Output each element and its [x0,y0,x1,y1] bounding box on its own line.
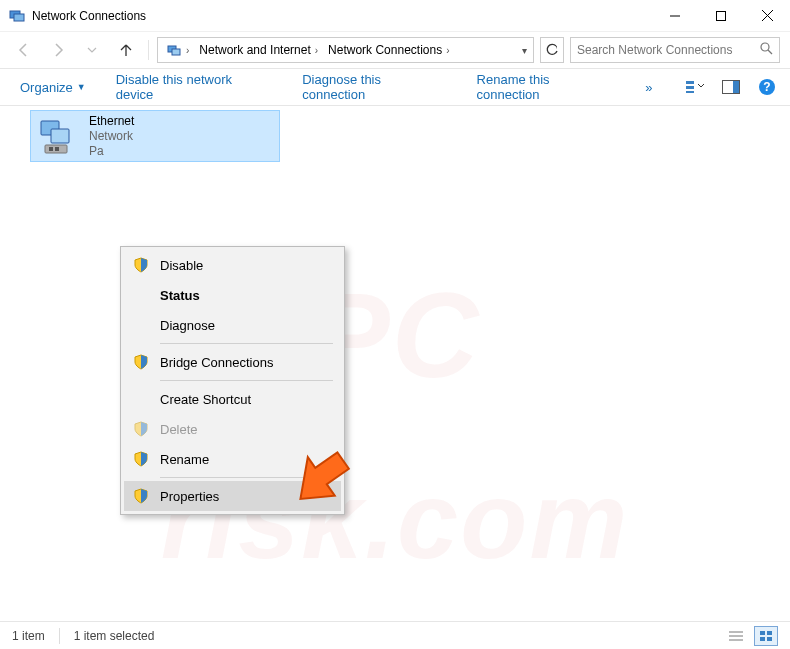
address-dropdown-icon[interactable]: ▾ [522,45,527,56]
content-area[interactable]: PC risk.com Ethernet Network Pa Disable … [0,106,790,621]
chevron-right-icon: › [315,45,318,56]
up-button[interactable] [112,36,140,64]
ctx-create-shortcut-label: Create Shortcut [160,392,251,407]
overflow-button[interactable]: » [635,76,662,99]
forward-button[interactable] [44,36,72,64]
svg-text:?: ? [763,80,770,94]
ctx-status-label: Status [160,288,200,303]
svg-point-8 [761,43,769,51]
svg-rect-14 [733,81,739,93]
ctx-delete: Delete [124,414,341,444]
svg-rect-1 [14,14,24,21]
organize-button[interactable]: Organize ▼ [10,76,96,99]
adapter-item-ethernet[interactable]: Ethernet Network Pa [30,110,280,162]
control-panel-icon [166,42,182,58]
rename-connection-button[interactable]: Rename this connection [467,68,626,106]
svg-rect-3 [717,11,726,20]
ctx-diagnose[interactable]: Diagnose [124,310,341,340]
shield-icon [132,420,150,438]
svg-rect-25 [760,631,765,635]
svg-rect-28 [767,637,772,641]
svg-rect-21 [55,147,59,151]
shield-icon [132,487,150,505]
minimize-button[interactable] [652,0,698,32]
search-icon [760,42,773,58]
watermark-line2: risk.com [0,456,790,583]
ctx-disable-label: Disable [160,258,203,273]
refresh-button[interactable] [540,37,564,63]
ctx-create-shortcut[interactable]: Create Shortcut [124,384,341,414]
icons-view-button[interactable] [754,626,778,646]
breadcrumb-root[interactable]: › [162,38,193,62]
svg-rect-20 [49,147,53,151]
breadcrumb-network-connections[interactable]: Network Connections › [324,38,453,62]
search-placeholder: Search Network Connections [577,43,732,57]
status-separator [59,628,60,644]
status-item-count: 1 item [12,629,45,643]
organize-label: Organize [20,80,73,95]
overflow-label: » [645,80,652,95]
window-buttons [652,0,790,32]
search-box[interactable]: Search Network Connections [570,37,780,63]
chevron-down-icon: ▼ [77,82,86,92]
shield-icon [132,256,150,274]
disable-device-button[interactable]: Disable this network device [106,68,283,106]
ctx-bridge[interactable]: Bridge Connections [124,347,341,377]
ctx-status[interactable]: Status [124,280,341,310]
recent-dropdown[interactable] [78,36,106,64]
breadcrumb-label: Network and Internet [199,43,310,57]
ctx-properties-label: Properties [160,489,219,504]
svg-rect-18 [51,129,69,143]
svg-rect-27 [760,637,765,641]
svg-rect-12 [686,91,694,93]
adapter-texts: Ethernet Network Pa [89,114,134,159]
adapter-name: Ethernet [89,114,134,129]
svg-rect-7 [172,49,180,55]
diagnose-connection-button[interactable]: Diagnose this connection [292,68,456,106]
adapter-device: Pa [89,144,134,159]
svg-line-9 [768,50,772,54]
address-end: ▾ [522,45,529,56]
details-view-button[interactable] [724,626,748,646]
view-switcher [724,626,778,646]
chevron-right-icon: › [186,45,189,56]
network-connections-icon [8,7,26,25]
nav-separator [148,40,149,60]
maximize-button[interactable] [698,0,744,32]
address-row: › Network and Internet › Network Connect… [0,32,790,68]
adapter-status: Network [89,129,134,144]
ctx-bridge-label: Bridge Connections [160,355,273,370]
context-menu: Disable Status Diagnose Bridge Connectio… [120,246,345,515]
shield-icon [132,450,150,468]
title-bar: Network Connections [0,0,790,32]
svg-rect-26 [767,631,772,635]
chevron-right-icon: › [446,45,449,56]
diagnose-label: Diagnose this connection [302,72,446,102]
ctx-rename[interactable]: Rename [124,444,341,474]
ctx-disable[interactable]: Disable [124,250,341,280]
breadcrumb-label: Network Connections [328,43,442,57]
svg-rect-11 [686,86,694,89]
address-bar[interactable]: › Network and Internet › Network Connect… [157,37,534,63]
shield-icon [132,353,150,371]
breadcrumb-network-internet[interactable]: Network and Internet › [195,38,322,62]
disable-device-label: Disable this network device [116,72,273,102]
status-bar: 1 item 1 item selected [0,621,790,649]
ctx-separator [160,343,333,344]
ctx-separator [160,477,333,478]
preview-pane-button[interactable] [718,74,744,100]
close-button[interactable] [744,0,790,32]
help-button[interactable]: ? [754,74,780,100]
status-selected: 1 item selected [74,629,155,643]
ctx-separator [160,380,333,381]
window-title: Network Connections [32,9,652,23]
ethernet-adapter-icon [37,115,79,157]
command-bar: Organize ▼ Disable this network device D… [0,68,790,106]
ctx-delete-label: Delete [160,422,198,437]
rename-label: Rename this connection [477,72,616,102]
view-options-button[interactable] [682,74,708,100]
svg-rect-10 [686,81,694,84]
ctx-properties[interactable]: Properties [124,481,341,511]
watermark-line1: PC [0,266,790,404]
back-button[interactable] [10,36,38,64]
